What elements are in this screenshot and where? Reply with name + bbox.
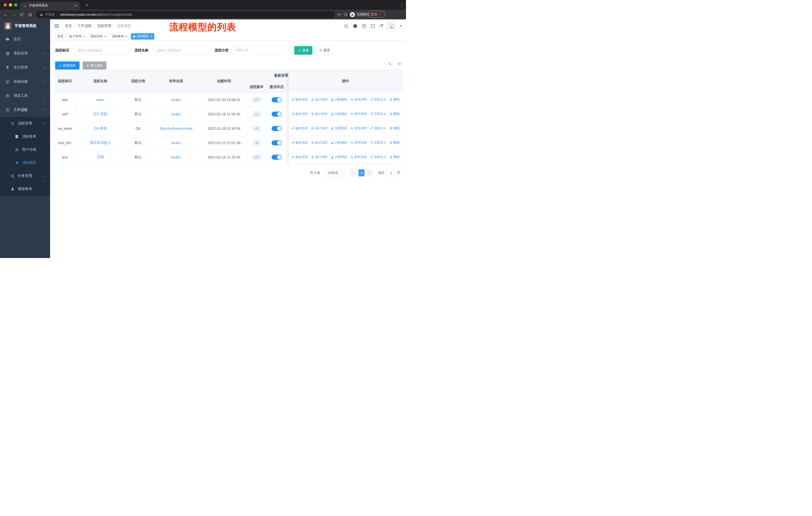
refresh-circle-button[interactable]	[396, 60, 403, 67]
github-icon[interactable]	[353, 23, 358, 28]
form-info-link[interactable]: /bpm/oa/leave/create	[160, 127, 193, 131]
active-toggle[interactable]	[271, 97, 282, 102]
design-process-link[interactable]: 设计流程	[311, 155, 327, 159]
publish-process-link[interactable]: 发布流程	[350, 126, 367, 131]
back-icon[interactable]: ←	[2, 11, 8, 18]
tag-home[interactable]: 首页	[55, 33, 66, 39]
collapse-menu-icon[interactable]	[54, 24, 59, 28]
active-toggle[interactable]	[271, 112, 282, 117]
active-toggle[interactable]	[271, 126, 282, 131]
process-definition-link[interactable]: 流程定义	[370, 141, 386, 145]
process-name-link[interactable]: OA 请假	[94, 126, 107, 130]
next-page-button[interactable]: ›	[367, 169, 373, 176]
process-definition-link[interactable]: 流程定义	[370, 98, 386, 102]
design-process-link[interactable]: 设计流程	[311, 126, 327, 131]
assign-rule-link[interactable]: 分配规则	[331, 112, 347, 116]
process-name-input[interactable]	[153, 46, 210, 55]
breadcrumb-home[interactable]: 首页	[65, 24, 72, 28]
url-path[interactable]: /bpm/manager/model	[101, 12, 132, 17]
window-minimize-button[interactable]	[9, 3, 12, 6]
prev-page-button[interactable]: ‹	[350, 169, 356, 176]
edit-process-link[interactable]: 修改流程	[291, 126, 308, 131]
tag-my-process[interactable]: 我的流程×	[88, 33, 109, 39]
browser-tab[interactable]: 芋道管理系统 ✕	[20, 1, 80, 9]
sidebar-item-process-form[interactable]: 流程表单	[0, 130, 50, 143]
assign-rule-link[interactable]: 分配规则	[331, 98, 347, 102]
sidebar-item-home[interactable]: 首页	[0, 32, 50, 46]
delete-link[interactable]: 删除	[389, 112, 400, 116]
breadcrumb-workflow[interactable]: 工作流程	[78, 24, 92, 28]
process-definition-link[interactable]: 流程定义	[370, 155, 386, 159]
window-zoom-button[interactable]	[14, 3, 18, 6]
forward-icon[interactable]: →	[10, 11, 17, 18]
design-process-link[interactable]: 设计流程	[311, 141, 327, 145]
version-badge[interactable]: v5	[253, 126, 261, 132]
page-size-select[interactable]: 10条/页 ∨	[324, 169, 345, 176]
search-icon[interactable]	[344, 24, 349, 28]
design-process-link[interactable]: 设计流程	[311, 98, 327, 102]
goto-page-input[interactable]	[387, 169, 395, 176]
process-name-link[interactable]: 自己审批	[93, 112, 108, 116]
sidebar-item-system[interactable]: 系统管理	[0, 46, 50, 60]
version-badge[interactable]: v17	[253, 97, 261, 103]
url-host[interactable]: dashboard.yudao.iocoder.cn	[60, 12, 101, 17]
assign-rule-link[interactable]: 分配规则	[331, 155, 347, 159]
process-name-link[interactable]: 测试多审批人	[90, 141, 111, 145]
form-info-link[interactable]: biubiu	[171, 155, 181, 159]
delete-link[interactable]: 删除	[389, 155, 400, 159]
browser-menu-icon[interactable]: ⋮	[379, 12, 382, 17]
sidebar-item-workflow[interactable]: 工作流程	[0, 103, 50, 117]
key-icon[interactable]	[337, 12, 342, 17]
delete-link[interactable]: 删除	[389, 126, 400, 131]
active-toggle[interactable]	[271, 155, 282, 160]
publish-process-link[interactable]: 发布流程	[350, 98, 367, 102]
edit-process-link[interactable]: 修改流程	[291, 98, 308, 102]
font-size-icon[interactable]: TT	[379, 24, 383, 28]
version-badge[interactable]: v4	[253, 140, 261, 146]
close-icon[interactable]: ×	[83, 35, 85, 38]
sidebar-item-infra[interactable]: 基础设施	[0, 75, 50, 89]
sidebar-item-leave-query[interactable]: 请假查询	[0, 183, 50, 195]
tag-process-form[interactable]: 流程表单×	[110, 33, 129, 39]
sidebar-item-payment[interactable]: ¥ 支付管理	[0, 60, 50, 75]
edit-process-link[interactable]: 修改流程	[291, 141, 308, 145]
close-icon[interactable]: ×	[104, 35, 106, 38]
assign-rule-link[interactable]: 分配规则	[331, 126, 347, 131]
fullscreen-icon[interactable]	[371, 24, 375, 28]
design-process-link[interactable]: 设计流程	[311, 112, 327, 116]
address-bar[interactable]: 不安全 dashboard.yudao.iocoder.cn/bpm/manag…	[36, 11, 335, 18]
import-process-button[interactable]: ↥ 导入流程	[83, 61, 107, 70]
form-info-link[interactable]: biubiu	[171, 141, 181, 145]
reset-button[interactable]: 重置	[316, 46, 333, 55]
window-close-button[interactable]	[3, 3, 7, 6]
show-search-circle-button[interactable]	[387, 60, 394, 67]
process-id-input[interactable]	[74, 46, 129, 55]
sidebar-item-process-mgmt[interactable]: 流程管理	[0, 117, 50, 130]
tab-close-icon[interactable]: ✕	[74, 4, 77, 7]
page-number-button[interactable]: 1	[358, 169, 365, 176]
process-definition-link[interactable]: 流程定义	[370, 112, 386, 116]
tag-tenant[interactable]: 租户管理×	[67, 33, 87, 39]
reload-icon[interactable]	[19, 11, 25, 18]
form-info-link[interactable]: biubiu	[171, 98, 181, 102]
publish-process-link[interactable]: 发布流程	[350, 141, 367, 145]
search-button[interactable]: 搜索	[294, 46, 312, 55]
browser-update-button[interactable]: 更新 ⋮	[368, 11, 385, 18]
tab-search-chevron-icon[interactable]	[402, 3, 402, 7]
publish-process-link[interactable]: 发布流程	[350, 155, 367, 159]
caret-down-icon[interactable]: ▼	[400, 24, 403, 27]
close-icon[interactable]: ×	[150, 35, 152, 38]
publish-process-link[interactable]: 发布流程	[350, 112, 367, 116]
bookmark-star-icon[interactable]	[343, 12, 348, 17]
home-icon[interactable]	[27, 11, 33, 18]
version-badge[interactable]: v21	[253, 154, 261, 160]
sidebar-item-process-model[interactable]: 流程模型	[0, 156, 50, 169]
version-badge[interactable]: v2	[253, 111, 261, 117]
help-icon[interactable]	[362, 24, 367, 28]
delete-link[interactable]: 删除	[389, 98, 400, 102]
edit-process-link[interactable]: 修改流程	[291, 112, 308, 116]
assign-rule-link[interactable]: 分配规则	[331, 141, 347, 145]
tag-process-model[interactable]: 流程模型×	[131, 33, 154, 39]
close-icon[interactable]: ×	[125, 35, 127, 38]
sidebar-item-devtools[interactable]: 研发工具	[0, 89, 50, 103]
